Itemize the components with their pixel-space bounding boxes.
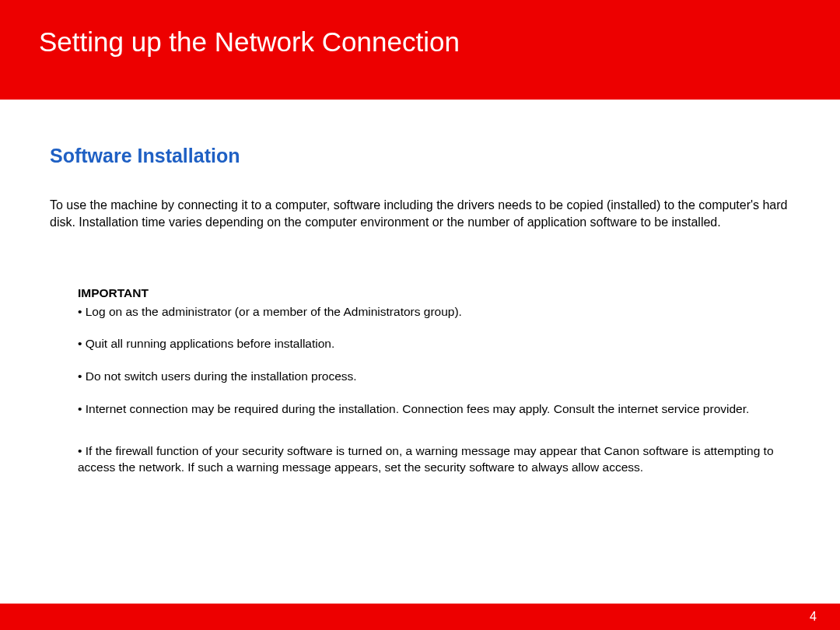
important-label: IMPORTANT (78, 286, 775, 300)
intro-paragraph: To use the machine by connecting it to a… (50, 197, 790, 232)
header-bar: Setting up the Network Connection (0, 0, 840, 100)
content-area: Software Installation To use the machine… (0, 100, 840, 476)
bullet-item: • Log on as the administrator (or a memb… (78, 303, 775, 320)
page-number: 4 (810, 610, 817, 624)
bullet-item: • Do not switch users during the install… (78, 368, 775, 385)
bullet-item: • Quit all running applications before i… (78, 335, 775, 352)
page-title: Setting up the Network Connection (39, 26, 801, 58)
bullet-item: • Internet connection may be required du… (78, 401, 775, 418)
bullet-item: • If the firewall function of your secur… (78, 443, 775, 476)
important-block: IMPORTANT • Log on as the administrator … (50, 286, 790, 476)
section-heading: Software Installation (50, 145, 790, 167)
footer-bar: 4 (0, 604, 840, 630)
